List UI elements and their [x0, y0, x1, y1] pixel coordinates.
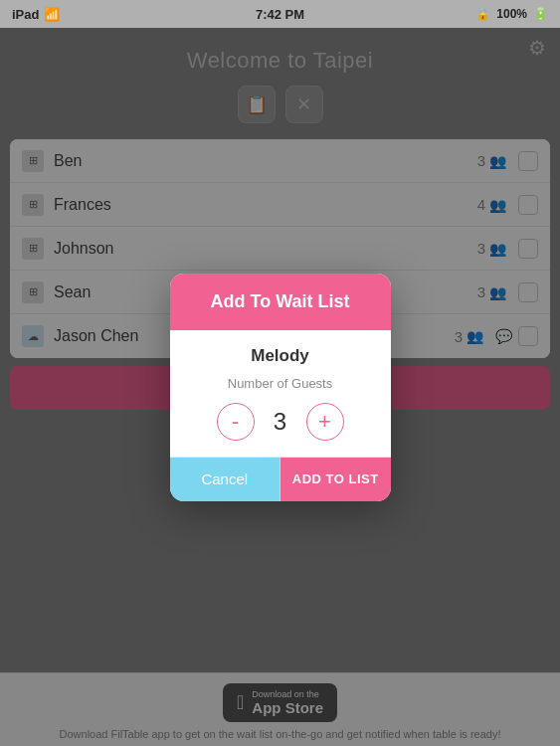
status-time: 7:42 PM — [256, 7, 304, 22]
guest-counter: - 3 + — [186, 403, 375, 441]
modal-footer: Cancel ADD TO LIST — [170, 457, 391, 501]
status-right: 🔒 100% 🔋 — [475, 7, 548, 21]
increment-button[interactable]: + — [306, 403, 344, 441]
add-to-waitlist-modal: Add To Wait List Melody Number of Guests… — [170, 274, 391, 501]
decrement-button[interactable]: - — [217, 403, 255, 441]
lock-icon: 🔒 — [475, 7, 490, 21]
modal-header: Add To Wait List — [170, 274, 391, 330]
modal-guest-name: Melody — [186, 346, 375, 366]
status-bar: iPad 📶 7:42 PM 🔒 100% 🔋 — [0, 0, 560, 28]
modal-guests-label: Number of Guests — [186, 376, 375, 391]
counter-value: 3 — [271, 408, 290, 436]
app-background: Welcome to Taipei 📋 ✕ ⚙ ⊞ Ben 3 👥 ⊞ Fran… — [0, 28, 560, 746]
battery-label: 100% — [496, 7, 527, 21]
modal-body: Melody Number of Guests - 3 + — [170, 330, 391, 441]
add-to-list-button[interactable]: ADD TO LIST — [280, 458, 391, 501]
wifi-icon: 📶 — [44, 7, 60, 22]
modal-overlay: Add To Wait List Melody Number of Guests… — [0, 28, 560, 746]
battery-icon: 🔋 — [533, 7, 548, 21]
modal-title: Add To Wait List — [186, 291, 375, 312]
cancel-button[interactable]: Cancel — [170, 458, 281, 501]
ipad-label: iPad — [12, 7, 39, 22]
status-left: iPad 📶 — [12, 7, 60, 22]
